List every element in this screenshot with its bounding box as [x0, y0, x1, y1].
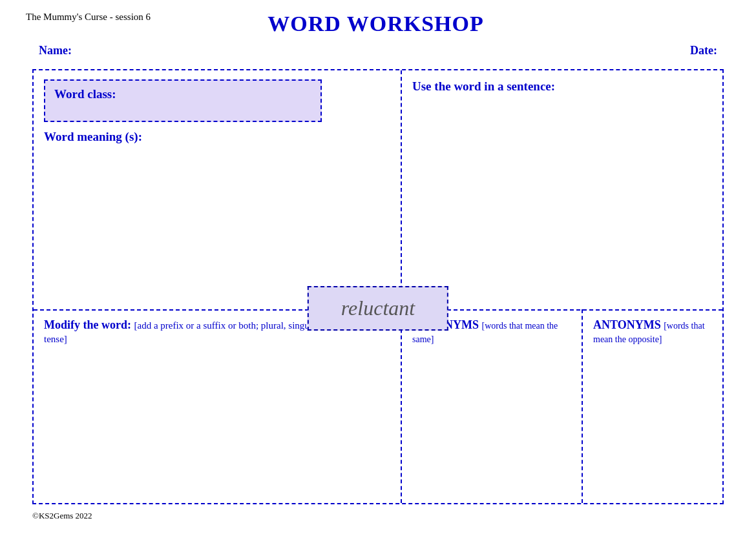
antonyms-panel: ANTONYMS [words that mean the opposite] [583, 309, 722, 503]
antonyms-label: ANTONYMS [words that mean the opposite] [593, 318, 705, 345]
left-panel: Word class: Word meaning (s): [34, 70, 402, 309]
use-sentence-label: Use the word in a sentence: [412, 79, 555, 93]
subtitle: The Mummy's Curse - session 6 [26, 12, 151, 23]
word-meaning-label: Word meaning (s): [44, 130, 390, 144]
center-word-box: reluctant [308, 286, 448, 331]
main-content-border: Word class: Word meaning (s): Use the wo… [32, 69, 724, 504]
name-label: Name: [39, 44, 72, 57]
footer: ©KS2Gems 2022 [26, 511, 730, 521]
word-class-content [54, 101, 311, 114]
name-date-row: Name: Date: [26, 39, 730, 63]
date-label: Date: [690, 44, 717, 57]
word-class-box: Word class: [44, 79, 322, 122]
top-section: Word class: Word meaning (s): Use the wo… [34, 70, 722, 311]
right-panel: Use the word in a sentence: [402, 70, 722, 309]
header: The Mummy's Curse - session 6 WORD WORKS… [26, 12, 730, 36]
copyright: ©KS2Gems 2022 [32, 511, 92, 520]
modify-panel: Modify the word: [add a prefix or a suff… [34, 309, 402, 503]
word-class-label: Word class: [54, 87, 116, 101]
main-title: WORD WORKSHOP [151, 12, 601, 36]
bottom-section: Modify the word: [add a prefix or a suff… [34, 309, 722, 503]
synonyms-panel: SYNONYMS [words that mean the same] [402, 309, 583, 503]
